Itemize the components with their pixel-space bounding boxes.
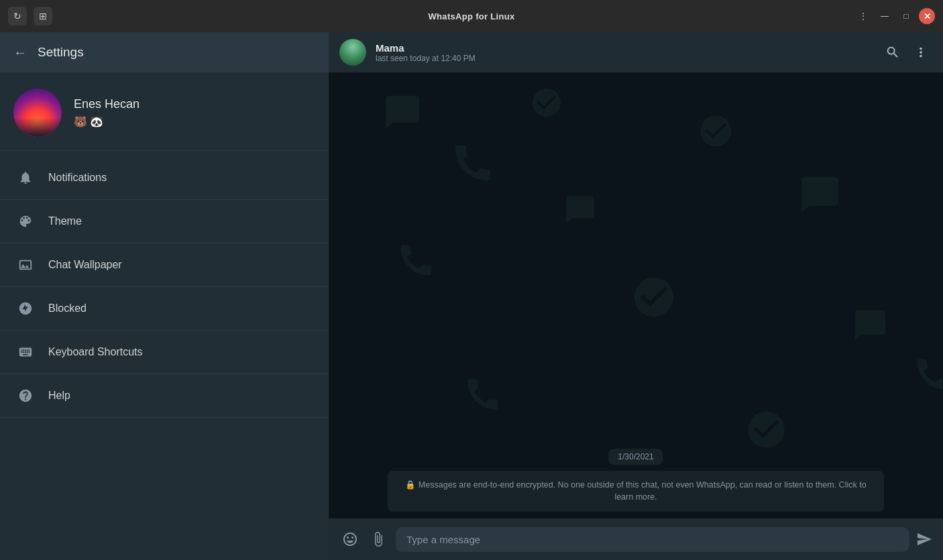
keyboard-shortcuts-label: Keyboard Shortcuts: [48, 346, 143, 358]
refresh-button[interactable]: ↻: [8, 7, 27, 25]
blocked-icon: [16, 299, 35, 318]
back-button[interactable]: ←: [13, 45, 27, 60]
settings-menu: Notifications Theme Chat Wallpaper: [0, 151, 329, 418]
window-controls: ⋮ — □ ✕: [854, 7, 935, 25]
menu-item-chat-wallpaper[interactable]: Chat Wallpaper: [0, 243, 329, 287]
titlebar: ↻ ⊞ WhatsApp for Linux ⋮ — □ ✕: [0, 0, 943, 32]
settings-header: ← Settings: [0, 32, 329, 72]
message-input[interactable]: [396, 527, 909, 552]
avatar-image: [13, 89, 62, 137]
search-button[interactable]: [881, 41, 904, 64]
chat-area: Mama last seen today at 12:40 PM: [329, 32, 943, 560]
message-input-area: [329, 518, 943, 560]
help-label: Help: [48, 390, 70, 402]
menu-button[interactable]: ⋮: [854, 7, 872, 25]
main-layout: ← Settings Enes Hecan 🐻 🐼: [0, 32, 943, 560]
help-icon: [16, 386, 35, 405]
contact-avatar-image: [339, 39, 366, 66]
theme-icon: [16, 212, 35, 231]
encryption-text: Messages are end-to-end encrypted. No on…: [416, 480, 866, 502]
blocked-label: Blocked: [48, 302, 87, 315]
chat-action-buttons: [881, 41, 932, 64]
lock-icon: 🔒: [405, 480, 416, 490]
titlebar-left: ↻ ⊞: [8, 7, 52, 25]
avatar: [13, 89, 62, 137]
back-arrow-icon: ←: [13, 45, 27, 60]
chat-wallpaper-label: Chat Wallpaper: [48, 259, 122, 271]
date-badge: 1/30/2021: [608, 449, 663, 465]
menu-item-notifications[interactable]: Notifications: [0, 156, 329, 200]
profile-name: Enes Hecan: [74, 97, 140, 111]
keyboard-icon: [16, 343, 35, 361]
menu-item-keyboard-shortcuts[interactable]: Keyboard Shortcuts: [0, 331, 329, 374]
menu-item-help[interactable]: Help: [0, 374, 329, 418]
attach-button[interactable]: [368, 528, 389, 550]
contact-status: last seen today at 12:40 PM: [376, 54, 872, 63]
send-button[interactable]: [916, 531, 932, 547]
close-button[interactable]: ✕: [919, 8, 935, 24]
contact-avatar: [339, 39, 366, 66]
menu-item-theme[interactable]: Theme: [0, 200, 329, 243]
window-title: WhatsApp for Linux: [429, 11, 515, 21]
settings-panel: ← Settings Enes Hecan 🐻 🐼: [0, 32, 329, 560]
more-options-button[interactable]: [909, 41, 932, 64]
profile-status: 🐻 🐼: [74, 115, 140, 128]
profile-section[interactable]: Enes Hecan 🐻 🐼: [0, 72, 329, 151]
emoji-button[interactable]: [339, 528, 361, 550]
wallpaper-icon: [16, 256, 35, 274]
minimize-button[interactable]: —: [876, 7, 893, 25]
settings-title: Settings: [38, 45, 84, 60]
menu-item-blocked[interactable]: Blocked: [0, 287, 329, 331]
chat-background: 1/30/2021 🔒 Messages are end-to-end encr…: [329, 72, 943, 518]
profile-info: Enes Hecan 🐻 🐼: [74, 97, 140, 128]
chat-header: Mama last seen today at 12:40 PM: [329, 32, 943, 72]
grid-button[interactable]: ⊞: [34, 7, 52, 25]
contact-name: Mama: [376, 42, 872, 54]
maximize-button[interactable]: □: [897, 7, 915, 25]
encryption-notice[interactable]: 🔒 Messages are end-to-end encrypted. No …: [388, 471, 884, 512]
bell-icon: [16, 168, 35, 187]
chat-contact-info[interactable]: Mama last seen today at 12:40 PM: [376, 42, 872, 63]
notifications-label: Notifications: [48, 172, 107, 184]
theme-label: Theme: [48, 215, 82, 227]
